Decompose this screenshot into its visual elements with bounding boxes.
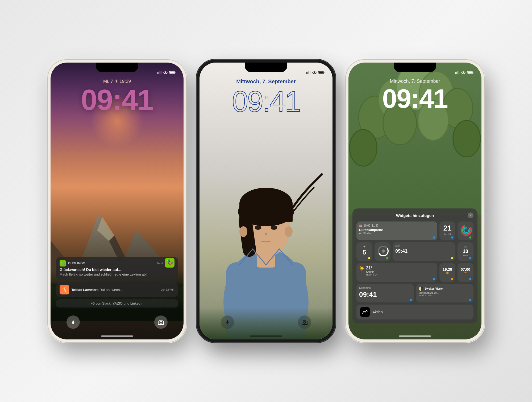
widget-cup-time[interactable]: CUP 09:41	[393, 242, 455, 261]
svg-rect-25	[161, 71, 161, 74]
svg-point-47	[314, 72, 315, 73]
phone1-frame: 9:41 Mi. 7 ☀ 19:29 09:41 🦆	[48, 60, 186, 342]
phone3-notch	[394, 63, 436, 72]
focus-gauge-svg	[377, 245, 389, 257]
cupertino-city: Cupertino	[359, 286, 411, 289]
phone3-date-area: Mittwoch, 7. September 09:41	[348, 79, 481, 112]
svg-point-59	[350, 130, 377, 166]
tobias-avatar: 🍕	[60, 285, 69, 294]
svg-rect-50	[324, 72, 325, 73]
widget-panel-title: Widgets hinzufügen	[362, 213, 468, 218]
notif-duolingo-time: Jetzt	[157, 262, 163, 265]
phone2-flashlight-button[interactable]	[221, 315, 234, 329]
phone1-screen: 9:41 Mi. 7 ☀ 19:29 09:41 🦆	[51, 63, 184, 339]
svg-rect-29	[175, 72, 176, 73]
notif2-text-content: Tobias Lammers Ruf an, wenn...	[71, 288, 158, 292]
phone3-date-text: Mittwoch, 7. September	[348, 79, 481, 84]
phone1-status-time: 9:41	[59, 70, 66, 74]
phone2-camera-button[interactable]	[298, 315, 311, 329]
cupertino-time: 09:41	[359, 290, 411, 299]
more-notifications[interactable]: +6 von Slack, YAZIO und LinkedIn	[56, 299, 178, 307]
svg-point-26	[165, 72, 166, 73]
notif-app-name: DUOLINGO	[68, 261, 155, 265]
phone3-screen: . Mittwoch, 7. September 09:41 Widg	[348, 63, 481, 339]
svg-point-60	[453, 120, 480, 157]
phone1-status-icons	[157, 71, 176, 74]
phone3-status-icons	[455, 71, 473, 74]
cup-label: CUP	[395, 245, 453, 248]
notif-duolingo[interactable]: 🦆 🟢 DUOLINGO Jetzt Glückwunsch! Du bist …	[56, 257, 178, 280]
widget-stocks[interactable]: Aktien	[356, 305, 473, 319]
widget-wind-indicator	[469, 257, 471, 259]
widget-close-button[interactable]: ×	[468, 212, 473, 218]
widget-calendar-event[interactable]: 📅 10:00–11:30 Durchlaufprobe Art Studio	[356, 221, 437, 240]
widget-cup-indicator	[451, 257, 453, 259]
svg-point-39	[239, 226, 247, 237]
phone2-screen: . Mittwoch, 7. September 09:41	[200, 63, 332, 339]
svg-rect-72	[468, 72, 472, 74]
widget-wind[interactable]: W 10 KM/H	[458, 242, 473, 261]
sender-name: Tobias Lammers Ruf an, wenn...	[71, 288, 158, 292]
activity-rings-svg	[460, 224, 472, 236]
widget-brightness-indicator	[368, 257, 370, 259]
phone3-frame: . Mittwoch, 7. September 09:41 Widg	[346, 60, 484, 342]
svg-rect-73	[473, 72, 473, 73]
brightness-value: 5	[359, 249, 370, 256]
widget-calendar-number[interactable]: 21 14 24	[439, 221, 455, 240]
widget-clock-sunrise[interactable]: 07:00 🌄	[458, 263, 473, 282]
widget-brightness[interactable]: ☀ 5	[356, 242, 372, 261]
svg-rect-68	[458, 71, 458, 74]
widget-cupertino-clock[interactable]: Cupertino 09:41	[356, 284, 414, 302]
svg-rect-23	[159, 72, 159, 74]
widget-cal-num-indicator	[451, 236, 453, 239]
svg-rect-46	[310, 71, 310, 74]
svg-rect-43	[306, 72, 307, 74]
widget-panel: Widgets hinzufügen × 📅 10:00–11:30 Durch…	[352, 208, 477, 323]
phone2-date-text: Mittwoch, 7. September	[200, 79, 332, 85]
widget-focus-indicator	[386, 257, 388, 259]
svg-rect-69	[459, 71, 459, 74]
widget-row3: ☀️ 21° Sonnig H:24° T:14° 19:29 �	[356, 263, 473, 282]
svg-rect-67	[456, 72, 457, 74]
svg-point-42	[271, 225, 277, 230]
phone1-background: 9:41 Mi. 7 ☀ 19:29 09:41 🦆	[51, 63, 184, 339]
phone2-background: . Mittwoch, 7. September 09:41	[200, 63, 332, 339]
calendar-day-number: 21	[442, 224, 453, 232]
widget-calendar-indicator	[433, 236, 435, 239]
svg-point-76	[464, 228, 469, 233]
phone3-background: . Mittwoch, 7. September 09:41 Widg	[348, 63, 481, 339]
phone2-clock: 09:41	[200, 87, 332, 116]
flashlight-button[interactable]	[66, 315, 80, 329]
widget-weather[interactable]: ☀️ 21° Sonnig H:24° T:14°	[356, 263, 437, 282]
svg-rect-22	[157, 72, 158, 74]
camera-button[interactable]	[154, 315, 168, 329]
widget-moon-indicator	[469, 299, 471, 301]
phone1-date-area: Mi. 7 ☀ 19:29 09:41	[51, 79, 184, 114]
phone2-home-indicator	[250, 335, 282, 337]
phone1-bottom-controls	[51, 315, 184, 329]
phone1-home-indicator	[101, 335, 133, 337]
notif-duolingo-title: Glückwunsch! Du bist wieder auf...	[60, 268, 174, 272]
widget-clock-sunset[interactable]: 19:29 🌅	[439, 263, 455, 282]
svg-rect-45	[309, 71, 309, 74]
phone1-clock: 09:41	[51, 85, 184, 114]
widget-moon[interactable]: 🌗 Zweites Viertel Mondaufgang 18:... 8St…	[416, 284, 473, 302]
svg-point-30	[160, 321, 162, 323]
widget-sunset-indicator	[451, 278, 453, 280]
widget-sunrise-indicator	[469, 278, 471, 280]
widget-cupertino-indicator	[410, 299, 412, 301]
svg-point-41	[255, 225, 261, 230]
duolingo-app-icon: 🟢	[60, 260, 66, 266]
notif-messages[interactable]: 🍕 Tobias Lammers Ruf an, wenn... Vor 12 …	[56, 282, 178, 297]
widget-activity-rings[interactable]	[458, 221, 473, 240]
phone2-bottom-controls	[200, 315, 332, 329]
phone3-clock: 09:41	[348, 85, 481, 112]
svg-rect-66	[455, 72, 456, 74]
notif-duolingo-header: 🟢 DUOLINGO Jetzt	[60, 260, 163, 266]
widget-weather-indicator	[433, 278, 435, 280]
phone2-notch	[245, 63, 287, 72]
phone2-frame: . Mittwoch, 7. September 09:41	[197, 60, 335, 342]
widget-focus[interactable]	[375, 242, 390, 261]
phone3-home-indicator	[399, 335, 431, 337]
svg-point-79	[382, 249, 385, 253]
